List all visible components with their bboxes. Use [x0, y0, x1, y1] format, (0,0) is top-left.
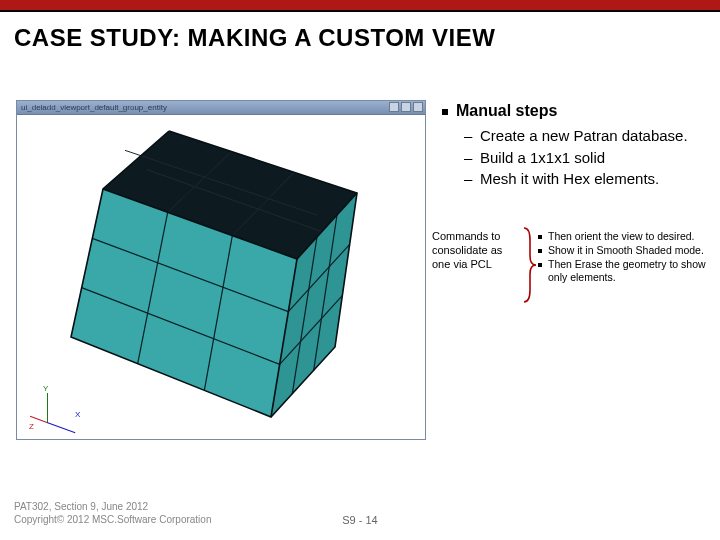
- sub-bullet-text: Create a new Patran database.: [480, 126, 688, 146]
- footer: PAT302, Section 9, June 2012 Copyright© …: [14, 500, 211, 526]
- bullet-icon: [538, 249, 542, 253]
- sub-bullet: –Build a 1x1x1 solid: [464, 148, 710, 168]
- commands-label: Commands to consolidate as one via PCL: [432, 230, 520, 271]
- top-accent-bar: [0, 0, 720, 10]
- main-bullet: Manual steps: [442, 102, 710, 120]
- brace-icon: [520, 226, 538, 304]
- mini-bullet-text: Then orient the view to desired.: [548, 230, 695, 243]
- sub-bullet-list: –Create a new Patran database. –Build a …: [464, 126, 710, 189]
- footer-line2: Copyright© 2012 MSC.Software Corporation: [14, 513, 211, 526]
- patran-viewport: ui_deladd_viewport_default_group_entity: [16, 100, 426, 440]
- axis-z-label: Z: [29, 422, 34, 431]
- slide: CASE STUDY: MAKING A CUSTOM VIEW ui_dela…: [0, 0, 720, 540]
- cube-graphic: [49, 123, 399, 427]
- axis-y-label: Y: [43, 384, 48, 393]
- window-control-icons: [389, 102, 423, 112]
- sub-bullet: –Create a new Patran database.: [464, 126, 710, 146]
- axis-triad-icon: Y X Z: [27, 381, 87, 431]
- text-content: Manual steps –Create a new Patran databa…: [442, 102, 710, 191]
- mini-bullet-text: Then Erase the geometry to show only ele…: [548, 258, 710, 284]
- slide-title: CASE STUDY: MAKING A CUSTOM VIEW: [14, 24, 495, 52]
- mini-bullet: Show it in Smooth Shaded mode.: [538, 244, 710, 257]
- commands-annotation: Commands to consolidate as one via PCL T…: [432, 230, 710, 304]
- footer-line1: PAT302, Section 9, June 2012: [14, 500, 211, 513]
- viewport-titlebar-text: ui_deladd_viewport_default_group_entity: [17, 101, 425, 115]
- mini-bullet: Then orient the view to desired.: [538, 230, 710, 243]
- axis-x-label: X: [75, 410, 80, 419]
- viewport-canvas: Y X Z: [17, 115, 425, 439]
- bullet-icon: [442, 109, 448, 115]
- mini-bullet: Then Erase the geometry to show only ele…: [538, 258, 710, 284]
- bullet-icon: [538, 263, 542, 267]
- close-icon[interactable]: [413, 102, 423, 112]
- bullet-icon: [538, 235, 542, 239]
- page-number: S9 - 14: [342, 514, 377, 526]
- top-rule: [0, 10, 720, 12]
- maximize-icon[interactable]: [401, 102, 411, 112]
- consolidated-steps: Then orient the view to desired. Show it…: [538, 230, 710, 286]
- sub-bullet-text: Mesh it with Hex elements.: [480, 169, 659, 189]
- sub-bullet: –Mesh it with Hex elements.: [464, 169, 710, 189]
- minimize-icon[interactable]: [389, 102, 399, 112]
- main-bullet-text: Manual steps: [456, 102, 557, 120]
- sub-bullet-text: Build a 1x1x1 solid: [480, 148, 605, 168]
- viewport-titlebar: ui_deladd_viewport_default_group_entity: [17, 101, 425, 115]
- mini-bullet-text: Show it in Smooth Shaded mode.: [548, 244, 704, 257]
